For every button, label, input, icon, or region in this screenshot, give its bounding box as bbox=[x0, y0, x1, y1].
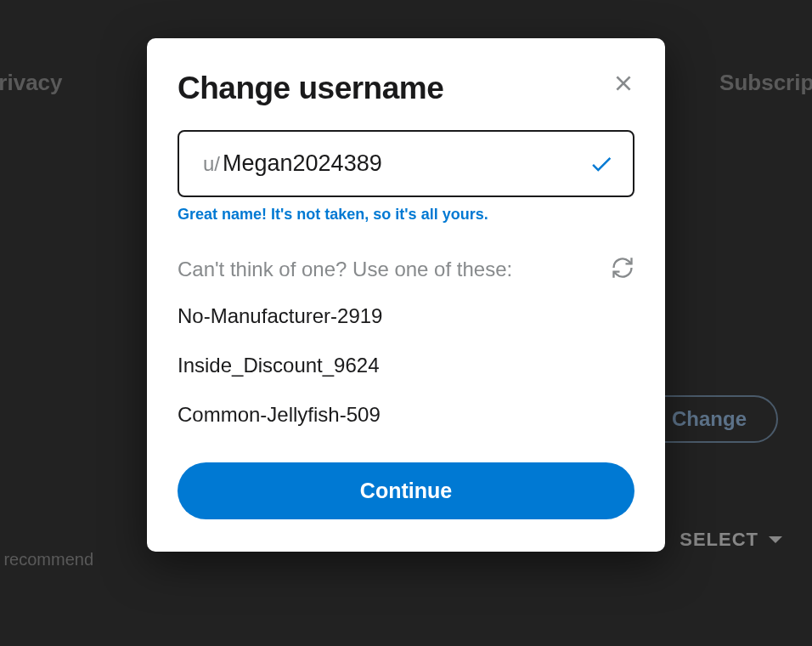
check-icon bbox=[589, 151, 614, 177]
close-icon bbox=[612, 72, 634, 94]
refresh-suggestions-button[interactable] bbox=[611, 256, 634, 282]
suggestions-header: Can't think of one? Use one of these: bbox=[178, 256, 634, 282]
continue-button[interactable]: Continue bbox=[178, 462, 634, 519]
suggestion-item[interactable]: Inside_Discount_9624 bbox=[178, 354, 634, 377]
suggestions-list: No-Manufacturer-2919 Inside_Discount_962… bbox=[178, 304, 634, 427]
modal-overlay[interactable]: Change username u/ Great name! It's not … bbox=[0, 0, 812, 646]
username-input-container[interactable]: u/ bbox=[178, 130, 634, 197]
validation-message: Great name! It's not taken, so it's all … bbox=[178, 206, 634, 224]
refresh-icon bbox=[611, 256, 634, 280]
suggestion-item[interactable]: Common-Jellyfish-509 bbox=[178, 403, 634, 427]
suggestion-item[interactable]: No-Manufacturer-2919 bbox=[178, 304, 634, 328]
change-username-modal: Change username u/ Great name! It's not … bbox=[147, 38, 665, 552]
modal-header: Change username bbox=[178, 71, 634, 106]
username-prefix: u/ bbox=[203, 152, 220, 176]
close-button[interactable] bbox=[612, 72, 634, 97]
username-input[interactable] bbox=[223, 150, 589, 177]
modal-title: Change username bbox=[178, 71, 443, 106]
suggestions-label: Can't think of one? Use one of these: bbox=[178, 258, 512, 281]
